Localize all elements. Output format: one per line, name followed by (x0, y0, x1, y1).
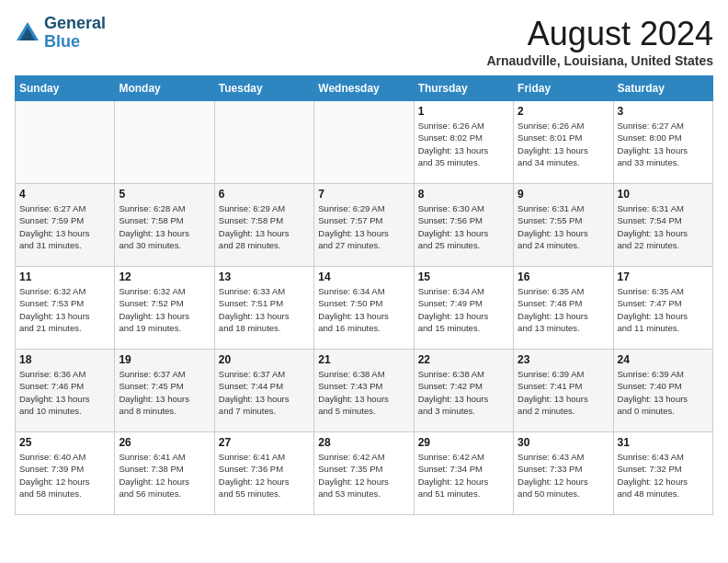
day-number: 31 (618, 436, 709, 449)
day-number: 17 (618, 270, 709, 283)
calendar-cell (314, 101, 414, 184)
calendar-cell: 12Sunrise: 6:32 AM Sunset: 7:52 PM Dayli… (115, 267, 214, 350)
calendar-cell: 1Sunrise: 6:26 AM Sunset: 8:02 PM Daylig… (414, 101, 513, 184)
calendar-cell: 10Sunrise: 6:31 AM Sunset: 7:54 PM Dayli… (613, 184, 712, 267)
cell-content: Sunrise: 6:28 AM Sunset: 7:58 PM Dayligh… (119, 202, 210, 251)
calendar-cell (115, 101, 214, 184)
calendar-week-row: 4Sunrise: 6:27 AM Sunset: 7:59 PM Daylig… (16, 184, 713, 267)
calendar-cell: 23Sunrise: 6:39 AM Sunset: 7:41 PM Dayli… (514, 350, 613, 432)
day-number: 13 (219, 270, 310, 283)
day-number: 23 (518, 353, 609, 366)
logo: General Blue (15, 15, 106, 52)
calendar-week-row: 1Sunrise: 6:26 AM Sunset: 8:02 PM Daylig… (16, 101, 713, 184)
cell-content: Sunrise: 6:30 AM Sunset: 7:56 PM Dayligh… (418, 202, 509, 251)
cell-content: Sunrise: 6:38 AM Sunset: 7:42 PM Dayligh… (418, 368, 509, 417)
cell-content: Sunrise: 6:43 AM Sunset: 7:32 PM Dayligh… (618, 451, 709, 500)
day-number: 28 (318, 436, 409, 449)
month-title: August 2024 (486, 15, 713, 53)
cell-content: Sunrise: 6:34 AM Sunset: 7:50 PM Dayligh… (318, 285, 409, 334)
cell-content: Sunrise: 6:42 AM Sunset: 7:34 PM Dayligh… (418, 451, 509, 500)
day-number: 6 (219, 188, 310, 201)
logo-icon (15, 20, 40, 46)
day-number: 25 (19, 436, 110, 449)
calendar-cell: 13Sunrise: 6:33 AM Sunset: 7:51 PM Dayli… (214, 267, 313, 350)
cell-content: Sunrise: 6:38 AM Sunset: 7:43 PM Dayligh… (318, 368, 409, 417)
calendar-cell: 7Sunrise: 6:29 AM Sunset: 7:57 PM Daylig… (314, 184, 414, 267)
calendar-cell: 28Sunrise: 6:42 AM Sunset: 7:35 PM Dayli… (314, 432, 414, 515)
day-number: 2 (518, 105, 609, 118)
day-number: 11 (19, 270, 110, 283)
cell-content: Sunrise: 6:41 AM Sunset: 7:36 PM Dayligh… (219, 451, 310, 500)
cell-content: Sunrise: 6:29 AM Sunset: 7:57 PM Dayligh… (318, 202, 409, 251)
day-number: 26 (119, 436, 210, 449)
cell-content: Sunrise: 6:33 AM Sunset: 7:51 PM Dayligh… (219, 285, 310, 334)
day-number: 30 (518, 436, 609, 449)
calendar-cell: 30Sunrise: 6:43 AM Sunset: 7:33 PM Dayli… (514, 432, 613, 515)
calendar-cell: 11Sunrise: 6:32 AM Sunset: 7:53 PM Dayli… (16, 267, 115, 350)
calendar-cell: 6Sunrise: 6:29 AM Sunset: 7:58 PM Daylig… (214, 184, 313, 267)
location-text: Arnaudville, Louisiana, United States (486, 53, 713, 68)
day-number: 1 (418, 105, 509, 118)
day-of-week-header: Saturday (613, 76, 712, 101)
day-number: 29 (418, 436, 509, 449)
day-number: 21 (318, 353, 409, 366)
calendar-cell: 31Sunrise: 6:43 AM Sunset: 7:32 PM Dayli… (613, 432, 712, 515)
calendar-week-row: 18Sunrise: 6:36 AM Sunset: 7:46 PM Dayli… (16, 350, 713, 432)
day-number: 5 (119, 188, 210, 201)
title-area: August 2024 Arnaudville, Louisiana, Unit… (486, 15, 713, 68)
cell-content: Sunrise: 6:29 AM Sunset: 7:58 PM Dayligh… (219, 202, 310, 251)
calendar-cell: 14Sunrise: 6:34 AM Sunset: 7:50 PM Dayli… (314, 267, 414, 350)
cell-content: Sunrise: 6:36 AM Sunset: 7:46 PM Dayligh… (19, 368, 110, 417)
cell-content: Sunrise: 6:37 AM Sunset: 7:44 PM Dayligh… (219, 368, 310, 417)
calendar-header: SundayMondayTuesdayWednesdayThursdayFrid… (16, 76, 713, 101)
calendar-cell: 18Sunrise: 6:36 AM Sunset: 7:46 PM Dayli… (16, 350, 115, 432)
cell-content: Sunrise: 6:35 AM Sunset: 7:48 PM Dayligh… (518, 285, 609, 334)
calendar-cell: 9Sunrise: 6:31 AM Sunset: 7:55 PM Daylig… (514, 184, 613, 267)
day-of-week-header: Monday (115, 76, 214, 101)
calendar-cell: 22Sunrise: 6:38 AM Sunset: 7:42 PM Dayli… (414, 350, 513, 432)
day-number: 4 (19, 188, 110, 201)
cell-content: Sunrise: 6:35 AM Sunset: 7:47 PM Dayligh… (618, 285, 709, 334)
calendar-table: SundayMondayTuesdayWednesdayThursdayFrid… (15, 75, 713, 515)
cell-content: Sunrise: 6:43 AM Sunset: 7:33 PM Dayligh… (518, 451, 609, 500)
day-number: 18 (19, 353, 110, 366)
day-of-week-header: Sunday (16, 76, 115, 101)
day-number: 16 (518, 270, 609, 283)
calendar-cell: 21Sunrise: 6:38 AM Sunset: 7:43 PM Dayli… (314, 350, 414, 432)
day-number: 20 (219, 353, 310, 366)
calendar-cell: 15Sunrise: 6:34 AM Sunset: 7:49 PM Dayli… (414, 267, 513, 350)
cell-content: Sunrise: 6:26 AM Sunset: 8:01 PM Dayligh… (518, 120, 609, 168)
day-number: 9 (518, 188, 609, 201)
calendar-cell: 27Sunrise: 6:41 AM Sunset: 7:36 PM Dayli… (214, 432, 313, 515)
day-number: 19 (119, 353, 210, 366)
day-of-week-header: Tuesday (214, 76, 313, 101)
calendar-cell: 8Sunrise: 6:30 AM Sunset: 7:56 PM Daylig… (414, 184, 513, 267)
logo-general-text: General (44, 15, 106, 33)
calendar-cell: 4Sunrise: 6:27 AM Sunset: 7:59 PM Daylig… (16, 184, 115, 267)
cell-content: Sunrise: 6:42 AM Sunset: 7:35 PM Dayligh… (318, 451, 409, 500)
cell-content: Sunrise: 6:32 AM Sunset: 7:52 PM Dayligh… (119, 285, 210, 334)
calendar-cell (16, 101, 115, 184)
day-number: 27 (219, 436, 310, 449)
logo-text: General Blue (44, 15, 106, 52)
day-number: 12 (119, 270, 210, 283)
day-number: 14 (318, 270, 409, 283)
calendar-cell: 2Sunrise: 6:26 AM Sunset: 8:01 PM Daylig… (514, 101, 613, 184)
cell-content: Sunrise: 6:39 AM Sunset: 7:40 PM Dayligh… (618, 368, 709, 417)
calendar-body: 1Sunrise: 6:26 AM Sunset: 8:02 PM Daylig… (16, 101, 713, 515)
calendar-cell: 29Sunrise: 6:42 AM Sunset: 7:34 PM Dayli… (414, 432, 513, 515)
cell-content: Sunrise: 6:37 AM Sunset: 7:45 PM Dayligh… (119, 368, 210, 417)
day-number: 24 (618, 353, 709, 366)
calendar-week-row: 25Sunrise: 6:40 AM Sunset: 7:39 PM Dayli… (16, 432, 713, 515)
calendar-cell: 25Sunrise: 6:40 AM Sunset: 7:39 PM Dayli… (16, 432, 115, 515)
calendar-cell: 17Sunrise: 6:35 AM Sunset: 7:47 PM Dayli… (613, 267, 712, 350)
cell-content: Sunrise: 6:41 AM Sunset: 7:38 PM Dayligh… (119, 451, 210, 500)
calendar-cell: 3Sunrise: 6:27 AM Sunset: 8:00 PM Daylig… (613, 101, 712, 184)
calendar-cell (214, 101, 313, 184)
cell-content: Sunrise: 6:31 AM Sunset: 7:55 PM Dayligh… (518, 202, 609, 251)
cell-content: Sunrise: 6:26 AM Sunset: 8:02 PM Dayligh… (418, 120, 509, 168)
day-number: 22 (418, 353, 509, 366)
cell-content: Sunrise: 6:27 AM Sunset: 8:00 PM Dayligh… (618, 120, 709, 168)
calendar-cell: 19Sunrise: 6:37 AM Sunset: 7:45 PM Dayli… (115, 350, 214, 432)
day-number: 3 (618, 105, 709, 118)
